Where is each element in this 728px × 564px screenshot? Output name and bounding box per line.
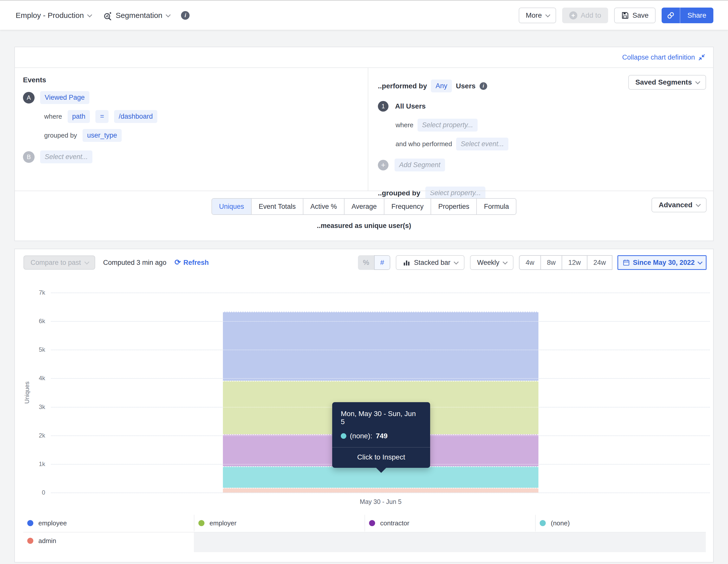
legend-item-admin[interactable]: admin	[23, 532, 194, 549]
y-tick-label: 7k	[22, 289, 45, 296]
tab-event-totals[interactable]: Event Totals	[251, 199, 303, 214]
segment-who-row: and who performed Select event...	[378, 138, 713, 150]
info-icon[interactable]: i	[480, 82, 487, 90]
any-users-pill[interactable]: Any	[431, 80, 452, 92]
saved-segments-label: Saved Segments	[635, 78, 692, 86]
save-button[interactable]: Save	[614, 8, 656, 23]
event-row-a: A Viewed Page	[23, 91, 368, 104]
tab-formula[interactable]: Formula	[476, 199, 516, 214]
legend-item-none[interactable]: (none)	[535, 515, 706, 531]
event-row-b: B Select event...	[23, 150, 368, 163]
x-tick-label: May 30 - Jun 5	[223, 498, 538, 505]
y-tick-label: 2k	[22, 432, 45, 439]
events-panel: Events A Viewed Page where path = /dashb…	[15, 67, 368, 191]
measure-tabs: UniquesEvent TotalsActive %AverageFreque…	[212, 198, 516, 215]
y-axis-label: Uniques	[23, 381, 31, 404]
chevron-down-icon	[695, 79, 700, 84]
chart-type-selector[interactable]: Segmentation	[102, 11, 169, 20]
measured-as-caption: ..measured as unique user(s)	[15, 222, 713, 230]
chart-card: Compare to past Computed 3 min ago ⟳ Ref…	[14, 249, 714, 562]
legend-item-employer[interactable]: employer	[194, 515, 365, 531]
legend-item-contractor[interactable]: contractor	[365, 515, 535, 531]
performed-by-panel: Saved Segments ..performed by Any Users …	[368, 67, 713, 191]
tab-frequency[interactable]: Frequency	[384, 199, 431, 214]
project-selector[interactable]: Employ - Production	[16, 11, 91, 20]
where-operator-pill[interactable]: =	[95, 110, 109, 123]
project-name: Employ - Production	[16, 11, 84, 20]
event-a-pill[interactable]: Viewed Page	[40, 91, 89, 104]
legend-empty-cells	[194, 532, 706, 552]
plus-circle-icon: +	[569, 11, 577, 19]
gridline	[51, 493, 710, 493]
y-tick-label: 5k	[22, 346, 45, 353]
y-tick-label: 4k	[22, 375, 45, 382]
select-event-pill[interactable]: Select event...	[40, 150, 92, 163]
tab-average[interactable]: Average	[344, 199, 384, 214]
add-segment-row: + Add Segment	[378, 159, 713, 171]
add-segment-pill[interactable]: Add Segment	[395, 159, 445, 171]
segment-name[interactable]: All Users	[395, 102, 426, 110]
tooltip-action: Click to Inspect	[341, 448, 422, 468]
y-tick-label: 0	[22, 489, 45, 496]
gridline	[51, 293, 710, 293]
save-label: Save	[632, 11, 648, 19]
saved-segments-button[interactable]: Saved Segments	[628, 75, 706, 90]
legend-label: (none)	[551, 519, 570, 527]
users-label: Users	[456, 82, 476, 90]
gridline-overlay	[223, 378, 538, 379]
event-b-badge: B	[23, 151, 35, 163]
grouped-by-pill[interactable]: user_type	[83, 129, 122, 142]
more-button[interactable]: More	[519, 8, 556, 23]
segmentation-icon	[102, 11, 112, 20]
chevron-down-icon	[696, 202, 701, 207]
who-performed-label: and who performed	[396, 140, 452, 148]
advanced-button[interactable]: Advanced	[652, 198, 707, 212]
chart-type-name: Segmentation	[116, 11, 162, 20]
copy-link-icon[interactable]	[662, 8, 680, 23]
event-a-groupby-row: grouped by user_type	[23, 129, 368, 142]
chevron-down-icon	[545, 12, 550, 17]
legend-dot	[27, 538, 33, 544]
share-label: Share	[680, 8, 713, 23]
select-property-pill[interactable]: Select property...	[418, 119, 478, 132]
add-to-label: Add to	[581, 11, 601, 19]
collapse-row: Collapse chart definition	[15, 47, 713, 68]
y-tick-label: 6k	[22, 318, 45, 325]
segment-where-row: where Select property...	[378, 119, 713, 132]
tooltip-value-row: (none): 749	[341, 432, 422, 440]
chart-definition-card: Collapse chart definition Events A Viewe…	[14, 47, 714, 241]
where-label: where	[44, 113, 62, 120]
legend-item-employee[interactable]: employee	[23, 515, 194, 531]
tab-active[interactable]: Active %	[303, 199, 344, 214]
bar-segment-admin[interactable]	[223, 488, 538, 493]
legend-label: employee	[38, 519, 67, 527]
legend-dot	[540, 520, 546, 526]
collapse-chart-definition-link[interactable]: Collapse chart definition	[622, 54, 706, 61]
legend-dot	[369, 520, 375, 526]
save-icon	[621, 12, 629, 19]
plus-icon[interactable]: +	[378, 160, 388, 170]
legend-dot	[27, 520, 33, 526]
legend-label: admin	[38, 537, 56, 545]
gridline-overlay	[223, 350, 538, 350]
share-button[interactable]: Share	[662, 8, 713, 23]
tab-properties[interactable]: Properties	[431, 199, 476, 214]
segment-1-badge: 1	[378, 101, 388, 112]
grouped-by-label: grouped by	[44, 132, 77, 139]
tooltip-series-label: (none):	[350, 432, 372, 440]
event-a-badge: A	[23, 92, 35, 104]
definition-body: Events A Viewed Page where path = /dashb…	[15, 67, 713, 191]
legend-label: employer	[210, 519, 237, 527]
where-value-pill[interactable]: /dashboard	[114, 110, 157, 123]
plot-area: Uniques May 30 - Jun 5 Mon, May 30 - Sun…	[15, 249, 713, 512]
events-title: Events	[23, 76, 368, 84]
bar-segment-employee[interactable]	[223, 312, 538, 381]
where-property-pill[interactable]: path	[68, 110, 90, 123]
add-to-button[interactable]: + Add to	[562, 8, 608, 23]
tooltip-title: Mon, May 30 - Sun, Jun 5	[341, 410, 422, 426]
select-event-pill[interactable]: Select event...	[456, 138, 508, 150]
tooltip-series-dot	[341, 433, 346, 439]
chart-tooltip: Mon, May 30 - Sun, Jun 5 (none): 749 Cli…	[332, 402, 430, 468]
tab-uniques[interactable]: Uniques	[212, 199, 251, 214]
info-icon[interactable]: i	[181, 11, 190, 20]
